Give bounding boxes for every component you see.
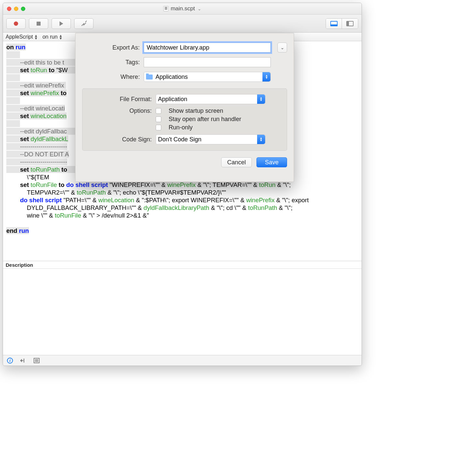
view-mode-editor[interactable]	[326, 19, 342, 29]
stay-open-label: Stay open after run handler	[169, 116, 241, 123]
show-startup-screen-label: Show startup screen	[169, 107, 223, 114]
file-format-row: File Format: Application ▲▼	[88, 94, 281, 104]
options-row-2: Stay open after run handler	[88, 116, 281, 123]
stepper-icon: ▲▼	[59, 34, 63, 40]
tags-field[interactable]	[144, 57, 271, 67]
log-pane-button[interactable]	[33, 357, 40, 364]
code-sign-value: Don't Code Sign	[158, 136, 202, 143]
file-format-popup[interactable]: Application ▲▼	[156, 94, 265, 104]
code-sign-popup[interactable]: Don't Code Sign ▲▼	[156, 134, 265, 144]
options-row-3: Run-only	[88, 124, 281, 131]
description-header[interactable]: Description	[3, 261, 362, 269]
window-title-text: main.scpt	[171, 5, 195, 12]
stepper-icon: ▲▼	[257, 135, 265, 144]
view-mode-segment	[326, 18, 358, 29]
tags-label: Tags:	[82, 59, 140, 66]
export-as-row: Export As: ⌄	[82, 43, 287, 53]
options-row-1: Options: Show startup screen	[88, 107, 281, 114]
stay-open-checkbox[interactable]	[156, 116, 161, 122]
svg-rect-4	[331, 25, 337, 26]
window-title[interactable]: main.scpt ⌄	[3, 5, 362, 12]
toolbar-right-group	[326, 18, 358, 29]
export-options-group: File Format: Application ▲▼ Options: Sho…	[82, 88, 287, 151]
svg-rect-1	[37, 22, 41, 26]
svg-marker-2	[60, 21, 63, 26]
file-format-value: Application	[158, 96, 187, 103]
file-format-label: File Format:	[88, 96, 152, 103]
show-startup-screen-checkbox[interactable]	[156, 108, 161, 114]
handler-popup-label: on run	[43, 34, 58, 40]
run-only-checkbox[interactable]	[156, 125, 161, 130]
export-as-field[interactable]	[144, 43, 271, 53]
stepper-icon: ▲▼	[262, 72, 270, 81]
save-button[interactable]: Save	[256, 157, 287, 167]
chevron-down-icon: ⌄	[280, 45, 284, 50]
tags-row: Tags:	[82, 57, 287, 67]
where-row: Where: Applications ▲▼	[82, 72, 287, 82]
stepper-icon: ▲▼	[257, 94, 265, 104]
language-popup-label: AppleScript	[6, 34, 33, 40]
document-proxy-icon[interactable]	[163, 6, 169, 11]
compile-button[interactable]	[74, 18, 93, 29]
info-icon: i	[7, 358, 13, 364]
run-only-label: Run-only	[169, 124, 193, 131]
result-pane-button[interactable]	[20, 357, 27, 364]
where-value: Applications	[155, 74, 188, 80]
script-editor-window: main.scpt ⌄	[3, 3, 362, 366]
description-label: Description	[6, 262, 33, 268]
view-mode-log[interactable]	[342, 19, 358, 29]
description-body[interactable]	[3, 269, 362, 359]
options-label: Options:	[88, 107, 152, 114]
bundle-info-button[interactable]: i	[6, 357, 14, 364]
titlebar: main.scpt ⌄	[3, 3, 362, 15]
sheet-button-row: Cancel Save	[82, 157, 287, 167]
folder-icon	[146, 75, 153, 79]
stop-button[interactable]	[29, 18, 48, 29]
svg-rect-6	[347, 21, 349, 26]
svg-point-0	[14, 21, 18, 26]
where-popup[interactable]: Applications ▲▼	[144, 72, 271, 82]
export-as-label: Export As:	[82, 44, 140, 51]
title-dropdown-icon[interactable]: ⌄	[198, 6, 201, 11]
run-button[interactable]	[52, 18, 71, 29]
expand-save-panel-button[interactable]: ⌄	[277, 43, 287, 53]
handler-popup[interactable]: on run ▲▼	[43, 34, 63, 40]
record-button[interactable]	[6, 18, 26, 29]
status-bar: i	[3, 355, 362, 366]
export-sheet: Export As: ⌄ Tags: Where: Applications ▲…	[75, 33, 294, 182]
cancel-button[interactable]: Cancel	[221, 157, 252, 167]
code-sign-label: Code Sign:	[88, 136, 152, 143]
code-sign-row: Code Sign: Don't Code Sign ▲▼	[88, 134, 281, 144]
toolbar	[3, 15, 362, 33]
language-popup[interactable]: AppleScript ▲▼	[6, 34, 38, 40]
stepper-icon: ▲▼	[34, 34, 38, 40]
where-label: Where:	[82, 74, 140, 80]
